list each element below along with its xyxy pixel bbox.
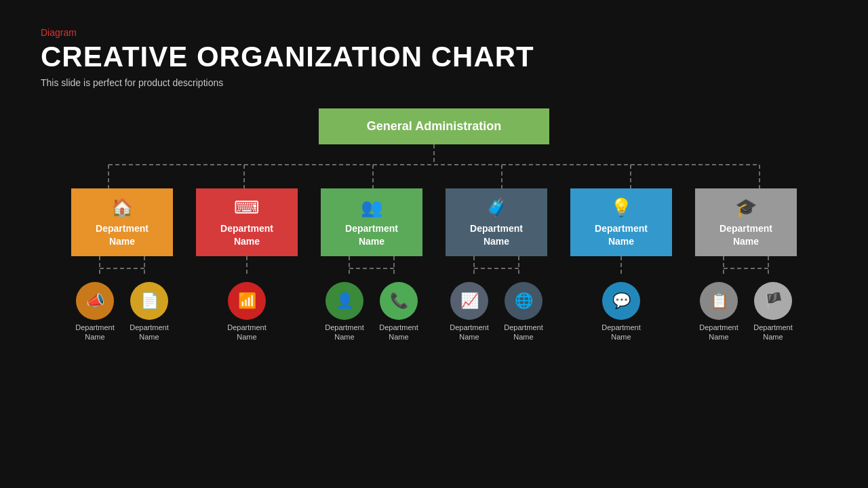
slide-subtitle: This slide is perfect for product descri…	[41, 77, 827, 88]
dept-col-4: 🧳 DepartmentName 📈 DepartmentName	[439, 188, 554, 342]
sub-row-2: 📶 DepartmentName	[223, 282, 271, 342]
dept-icon-2: ⌨	[234, 197, 260, 218]
sub-circle-4a: 📈	[450, 282, 488, 320]
dept-col-2: ⌨ DepartmentName 📶 DepartmentName	[189, 188, 304, 342]
sub-name-4b: DepartmentName	[504, 323, 542, 342]
dept-col-1: 🏠 DepartmentName 📣 DepartmentName	[64, 188, 180, 342]
sub-name-1a: DepartmentName	[75, 323, 114, 342]
dept-icon-3: 👥	[361, 197, 382, 218]
sub-name-3a: DepartmentName	[325, 323, 363, 342]
sub-item-4a: 📈 DepartmentName	[446, 282, 493, 342]
sub-circle-1a: 📣	[76, 282, 114, 320]
sub-circle-4b: 🌐	[505, 282, 542, 320]
sub-row-3: 👤 DepartmentName 📞 DepartmentName	[321, 282, 422, 342]
dept-icon-5: 💡	[610, 197, 632, 218]
dept-box-5: 💡 DepartmentName	[570, 188, 672, 256]
dept-col-5: 💡 DepartmentName 💬 DepartmentName	[564, 188, 679, 342]
dept-icon-4: 🧳	[486, 197, 507, 218]
sub-circle-3b: 📞	[380, 282, 418, 320]
dept-name-4: DepartmentName	[470, 222, 523, 247]
sub-item-4b: 🌐 DepartmentName	[500, 282, 547, 342]
dept-name-1: DepartmentName	[96, 222, 149, 247]
sub-name-2a: DepartmentName	[227, 323, 266, 342]
dept-box-4: 🧳 DepartmentName	[446, 188, 547, 256]
sub-name-4a: DepartmentName	[450, 323, 488, 342]
sub-item-5a: 💬 DepartmentName	[597, 282, 645, 342]
sub-circle-6a: 📋	[700, 282, 738, 320]
sub-name-6a: DepartmentName	[699, 323, 738, 342]
sub-item-1b: 📄 DepartmentName	[125, 282, 173, 342]
departments-row: 🏠 DepartmentName 📣 DepartmentName	[41, 188, 827, 342]
slide: Diagram CREATIVE ORGANIZATION CHART This…	[0, 0, 868, 488]
dept-name-6: DepartmentName	[719, 222, 772, 247]
dept-box-6: 🎓 DepartmentName	[695, 188, 797, 256]
sub-item-3a: 👤 DepartmentName	[321, 282, 368, 342]
sub-item-1a: 📣 DepartmentName	[71, 282, 119, 342]
sub-row-5: 💬 DepartmentName	[597, 282, 645, 342]
dept-box-1: 🏠 DepartmentName	[71, 188, 173, 256]
sub-row-6: 📋 DepartmentName 🏴 DepartmentName	[695, 282, 797, 342]
dept-icon-1: 🏠	[111, 197, 133, 218]
sub-circle-2a: 📶	[228, 282, 266, 320]
sub-row-4: 📈 DepartmentName 🌐 DepartmentName	[446, 282, 547, 342]
sub-circle-6b: 🏴	[754, 282, 792, 320]
sub-item-6a: 📋 DepartmentName	[695, 282, 743, 342]
dept-name-3: DepartmentName	[345, 222, 398, 247]
slide-title: CREATIVE ORGANIZATION CHART	[41, 41, 827, 73]
sub-item-2a: 📶 DepartmentName	[223, 282, 271, 342]
dept-col-6: 🎓 DepartmentName 📋 DepartmentName	[688, 188, 804, 342]
dept-col-3: 👥 DepartmentName 👤 DepartmentName	[314, 188, 429, 342]
diagram-label: Diagram	[41, 27, 827, 38]
sub-circle-3a: 👤	[326, 282, 363, 320]
dept-box-3: 👥 DepartmentName	[321, 188, 422, 256]
dept-icon-6: 🎓	[735, 197, 757, 218]
sub-item-6b: 🏴 DepartmentName	[749, 282, 797, 342]
top-box-label: General Administration	[367, 119, 501, 133]
dept-box-2: ⌨ DepartmentName	[196, 188, 298, 256]
sub-circle-5a: 💬	[602, 282, 640, 320]
dept-name-2: DepartmentName	[220, 222, 273, 247]
sub-item-3b: 📞 DepartmentName	[375, 282, 422, 342]
sub-name-6b: DepartmentName	[753, 323, 792, 342]
sub-circle-1b: 📄	[130, 282, 168, 320]
sub-name-1b: DepartmentName	[130, 323, 168, 342]
dept-name-5: DepartmentName	[595, 222, 648, 247]
sub-name-5a: DepartmentName	[601, 323, 640, 342]
sub-row-1: 📣 DepartmentName 📄 DepartmentName	[71, 282, 173, 342]
org-chart: General Administration	[41, 108, 827, 342]
top-box: General Administration	[319, 108, 549, 144]
sub-name-3b: DepartmentName	[379, 323, 418, 342]
